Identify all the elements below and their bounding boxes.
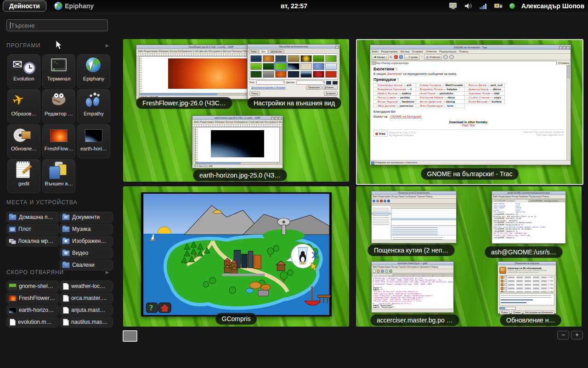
remove-button[interactable]: Премахване	[306, 86, 322, 90]
wallpaper-thumb[interactable]	[300, 55, 312, 62]
place-item-network[interactable]: Локална мр…	[6, 236, 59, 247]
clock[interactable]: вт, 22:57	[281, 0, 307, 12]
tab-background[interactable]: Фон	[259, 49, 268, 53]
workspace-indicator[interactable]	[123, 330, 137, 342]
plain-text-link[interactable]: Plain Text	[373, 124, 564, 127]
colors-combo[interactable]	[296, 80, 325, 85]
place-item-pictures[interactable]: ▣ Изображен…	[60, 236, 113, 247]
menu-bar[interactable]: Файл Редактиране Изглед Папка Съобщение …	[372, 195, 456, 199]
recent-item-orca-po[interactable]: orca.master.…	[60, 293, 113, 304]
wallpaper-thumb[interactable]	[288, 63, 299, 70]
folder-sidebar[interactable]	[372, 206, 391, 240]
back-button[interactable]: ◀Назад▾	[372, 54, 389, 60]
wallpaper-thumb[interactable]	[325, 63, 337, 70]
send-receive-icon[interactable]	[376, 200, 379, 202]
url-input[interactable]: http://fsa-bg.org/project/gtp	[372, 61, 557, 65]
save-icon[interactable]	[381, 270, 384, 273]
menu-bar[interactable]: Файл Редактиране Изглед Терминал Подпроз…	[492, 195, 565, 199]
wallpaper-thumb[interactable]	[288, 71, 299, 78]
app-tile-evolution[interactable]: ✉ Evolution	[7, 54, 40, 88]
user-menu[interactable]: Александър Шопов	[521, 2, 584, 10]
wallpaper-thumb[interactable]	[300, 71, 312, 78]
window-titlebar[interactable]: Пощенска кутия (2 непрочетени)	[372, 191, 456, 195]
details-link-placeholder[interactable]	[501, 299, 533, 300]
wallpaper-thumb[interactable]	[263, 71, 274, 78]
update-row[interactable]: 3,2 MB	[500, 283, 554, 287]
window-evolution-mail[interactable]: Пощенска кутия (2 непрочетени) Файл Реда…	[371, 191, 457, 243]
app-tile-terminal[interactable]: >_ Терминал	[42, 54, 75, 88]
activities-button[interactable]: Дейности	[3, 0, 46, 12]
menu-help[interactable]: Помощ	[459, 50, 468, 53]
zoom-in-icon[interactable]	[443, 55, 448, 59]
menu-bar[interactable]: Файл Редактиране Избиране Изглед Изображ…	[192, 120, 283, 124]
place-item-video[interactable]: ▦ Видео	[60, 247, 113, 259]
window-titlebar[interactable]: ash@GNOME:/usr/share/backgrounds/images	[492, 191, 565, 195]
menu-bar[interactable]: Файл Редактиране Изглед Отиване Отметки …	[370, 50, 571, 54]
place-item-documents[interactable]: ▤ Документи	[60, 212, 113, 223]
wallpaper-thumb[interactable]	[250, 63, 262, 70]
undo-icon[interactable]	[389, 270, 392, 273]
window-gcompris[interactable]: ?	[141, 192, 332, 316]
image-canvas[interactable]	[195, 127, 280, 162]
workspace-4[interactable]: Пощенска кутия (2 непрочетени) Файл Реда…	[356, 186, 582, 327]
update-list[interactable]: 3,2 MB 3,2 MB 3,2 MB 3,2 MB 3,2 MB	[499, 275, 554, 293]
stop-icon[interactable]	[394, 55, 398, 59]
app-menu[interactable]: Epiphany	[54, 0, 94, 12]
new-file-icon[interactable]	[373, 270, 376, 273]
window-gedit[interactable]: accerciser.master.bg.po — gedit Файл Ред…	[371, 261, 454, 313]
window-buttons[interactable]	[271, 117, 282, 120]
display-icon[interactable]	[449, 2, 458, 10]
search-input[interactable]: Търсене	[6, 19, 108, 31]
get-more-backgrounds-link[interactable]: Допълнителни фонове от Интернет	[249, 86, 287, 90]
window-terminal[interactable]: ash@GNOME:/usr/share/backgrounds/images …	[492, 191, 566, 244]
window-gimp-earth-horizon[interactable]: earth-horizon.jpg-25.0 (ЧЗС, 1 слой) – G…	[192, 115, 283, 168]
delete-icon[interactable]	[380, 200, 383, 202]
window-buttons[interactable]	[559, 46, 570, 49]
message-list[interactable]	[391, 209, 456, 226]
menu-tabs[interactable]: Подпрозорци	[439, 50, 456, 53]
remove-workspace-button[interactable]: −	[557, 331, 569, 339]
team-link[interactable]: GNOME на български!	[390, 115, 422, 119]
recent-item-freshflower[interactable]: FreshFlower…	[6, 293, 59, 304]
wallpaper-thumb[interactable]	[275, 71, 287, 78]
update-row[interactable]: 3,2 MB	[500, 279, 554, 283]
recent-item-weather-locations[interactable]: weather-loc…	[60, 281, 113, 292]
window-titlebar[interactable]: accerciser.master.bg.po — gedit	[372, 262, 453, 265]
app-tile-empathy[interactable]: Empathy	[77, 89, 110, 123]
add-button[interactable]: Добавяне…	[322, 86, 338, 90]
details-link-placeholder[interactable]	[501, 302, 526, 303]
wallpaper-thumb-selected[interactable]	[275, 63, 287, 70]
wallpaper-thumb[interactable]	[263, 63, 274, 70]
place-item-desktop[interactable]: Плот	[6, 224, 59, 235]
window-appearance-preferences[interactable]: Настройки на външния вид Тема Фон Шрифто…	[247, 44, 340, 99]
app-tile-software-update[interactable]: Обновле…	[7, 124, 40, 158]
terminal-output[interactable]: ibus-anthy xorg ibus-pinyin xsel ibus-ta…	[492, 202, 565, 243]
add-workspace-button[interactable]: +	[571, 331, 583, 339]
app-tile-freshflower[interactable]: FreshFlow…	[42, 124, 75, 158]
recent-item-anjuta-po[interactable]: anjuta.mast…	[60, 305, 113, 316]
tab-theme[interactable]: Тема	[249, 49, 259, 53]
app-tile-gcompris[interactable]: ✈ Образов…	[7, 89, 40, 123]
workspace-3[interactable]: ? GCompris	[123, 186, 349, 327]
menu-file[interactable]: Файл	[372, 50, 379, 53]
bookmarks-button[interactable]: ▥Отметки	[424, 54, 442, 60]
wallpaper-thumb[interactable]	[325, 55, 337, 62]
wallpaper-thumb[interactable]	[250, 55, 262, 62]
wallpaper-thumb[interactable]	[313, 63, 324, 70]
print-icon[interactable]	[385, 270, 388, 273]
place-item-home[interactable]: ⌂ Домашна п…	[6, 212, 59, 223]
place-item-music[interactable]: ♪ Музика	[60, 224, 113, 235]
recent-expand-icon[interactable]: ▶	[106, 270, 109, 275]
zoom-out-icon[interactable]	[449, 55, 454, 59]
workspace-2-active[interactable]: GNOME на български! - Trac Файл Редактир…	[356, 39, 583, 185]
window-epiphany-trac[interactable]: GNOME на български! - Trac Файл Редактир…	[370, 45, 571, 165]
window-software-update[interactable]: Обновление на софтуера Налични са 39 обн…	[498, 261, 556, 314]
home-button[interactable]: ⌂У дома	[404, 54, 419, 60]
programs-expand-icon[interactable]: ▶	[106, 43, 109, 48]
close-button[interactable]: Затваряне	[324, 92, 338, 96]
page-scrollbar[interactable]	[566, 65, 570, 161]
forward-icon[interactable]	[387, 200, 390, 202]
open-file-icon[interactable]	[377, 270, 380, 273]
place-item-downloads[interactable]: ↓ Свалени	[60, 259, 113, 270]
wallpaper-thumb[interactable]	[313, 55, 324, 62]
